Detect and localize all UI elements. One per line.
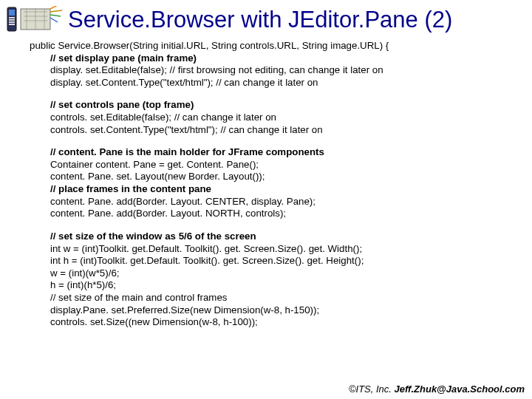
svg-rect-8 [9, 10, 15, 16]
code-comment: // place frames in the content pane [30, 183, 525, 196]
code-line: int w = (int)Toolkit. get.Default. Toolk… [30, 243, 525, 256]
code-line: controls. set.Size((new Dimension(w-8, h… [30, 316, 525, 329]
svg-line-13 [50, 6, 59, 9]
svg-rect-9 [9, 17, 15, 18]
svg-line-15 [50, 15, 61, 16]
copyright-text: ©ITS, Inc. [349, 383, 395, 395]
code-signature: public Service.Browser(String initial.UR… [30, 40, 525, 52]
blank-line [30, 220, 525, 231]
header-graphic [4, 6, 64, 34]
code-line: display.Pane. set.Preferred.Size(new Dim… [30, 304, 525, 317]
code-comment: // set size of the window as 5/6 of the … [30, 231, 525, 243]
code-line: h = (int)(h*5)/6; [30, 279, 525, 292]
code-line: controls. set.Editable(false); // can ch… [30, 112, 525, 124]
slide-title: Service.Browser with JEditor.Pane (2) [68, 7, 452, 33]
svg-rect-12 [9, 24, 15, 25]
code-line: int h = (int)Toolkit. get.Default. Toolk… [30, 255, 525, 267]
footer-email: Jeff.Zhuk@Java.School.com [395, 383, 525, 395]
slide-header: Service.Browser with JEditor.Pane (2) [0, 0, 532, 37]
slide-footer: ©ITS, Inc. Jeff.Zhuk@Java.School.com [349, 383, 525, 395]
code-line: // set size of the main and control fram… [30, 292, 525, 304]
code-comment: // content. Pane is the main holder for … [30, 146, 525, 159]
code-line: display. set.Content.Type("text/html"); … [30, 77, 525, 89]
svg-rect-10 [9, 19, 15, 21]
svg-line-16 [50, 18, 58, 22]
slide: Service.Browser with JEditor.Pane (2) pu… [0, 0, 532, 399]
svg-rect-11 [9, 21, 15, 23]
code-line: content. Pane. add(Border. Layout. CENTE… [30, 196, 525, 208]
code-comment: // set controls pane (top frame) [30, 99, 525, 112]
code-block: public Service.Browser(String initial.UR… [0, 37, 532, 329]
code-comment: // set display pane (main frame) [30, 52, 525, 65]
phone-map-icon [4, 6, 64, 34]
blank-line [30, 89, 525, 99]
code-line: w = (int)(w*5)/6; [30, 267, 525, 280]
svg-line-14 [50, 10, 62, 12]
code-line: controls. set.Content.Type("text/html");… [30, 124, 525, 137]
code-line: content. Pane. set. Layout(new Border. L… [30, 171, 525, 183]
code-line: Container content. Pane = get. Content. … [30, 159, 525, 171]
code-line: content. Pane. add(Border. Layout. NORTH… [30, 208, 525, 220]
code-line: display. set.Editable(false); // first b… [30, 64, 525, 77]
blank-line [30, 136, 525, 146]
